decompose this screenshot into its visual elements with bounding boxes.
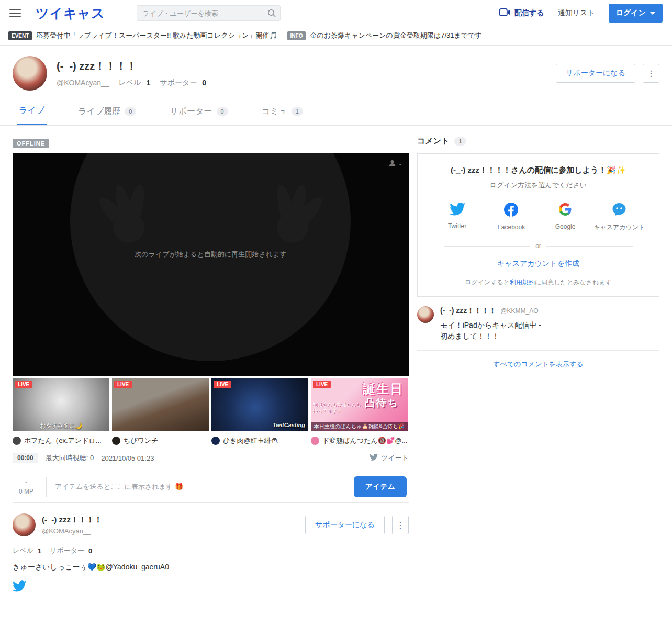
tab-count-badge: 1 [292,107,303,116]
streamer-avatar [211,437,220,445]
become-supporter-button[interactable]: サポーターになる [305,516,385,534]
comment-count-badge: 1 [454,137,466,146]
viewer-icon [388,159,396,169]
mp-points: - 0 MP [15,477,38,496]
avatar[interactable] [13,513,36,536]
tab-live-history[interactable]: ライブ履歴 0 [76,105,138,125]
google-icon [558,203,572,218]
tab-count-badge: 0 [217,107,228,116]
live-badge: LIVE [313,381,331,388]
streamer-link[interactable]: ひき肉@紅玉緋色 [211,436,308,445]
login-prompt-box: (-_-) zzz！！！！さんの配信に参加しよう！🎉✨ ログイン方法を選んでくだ… [417,153,659,297]
terms-link[interactable]: 利用規約 [510,278,535,286]
thumbnail-subtitle: 待ってます！ [313,408,342,415]
profile-card: (-_-) zzz！！！！ @KOMAcyan__ サポーターになる ⋮ レベル… [13,513,409,594]
streamer-link[interactable]: ポフたん（ex.アンドロ... [13,436,109,445]
stream-stats: 00:00 最大同時視聴: 0 2021/10/05 01:23 ツイート [13,453,409,463]
profile-bio: きゅーさいしっこーぅ💙🐸@Yadoku_gaeruA0 [13,563,409,572]
become-supporter-button[interactable]: サポーターになる [556,64,635,83]
stream-date: 2021/10/05 01:23 [101,454,154,462]
level-value: 1 [38,547,41,555]
streamer-link[interactable]: ド変態ぱんつたん🔞💕@... [311,436,408,445]
tab-community[interactable]: コミュ 1 [260,105,305,125]
search-input[interactable] [137,5,281,21]
supporter-value[interactable]: 0 [202,79,206,87]
thumbnail-title: 凸待ち [365,396,399,410]
comments-heading: コメント [417,136,449,146]
streamer-link[interactable]: ちびワンチ [112,436,209,445]
search-icon[interactable] [267,8,276,20]
twitter-icon [450,203,465,218]
login-twitcasting-button[interactable]: キャスアカウント [594,203,644,232]
top-header: ツイキャス 配信する 通知リスト ログイン [0,0,672,26]
commenter-name: (-_-) zzz！！！！ [440,306,496,316]
show-all-comments-link[interactable]: すべてのコメントを表示する [493,360,583,368]
twitter-profile-icon[interactable] [13,580,26,594]
duration-badge: 00:00 [13,453,38,463]
twitcasting-logo[interactable]: ツイキャス [36,5,105,22]
tab-count-badge: 0 [125,107,136,116]
profile-tabs: ライブ ライブ履歴 0 サポーター 0 コミュ 1 [0,96,672,126]
live-thumbnail[interactable]: LIVE TwitCasting [211,378,308,431]
create-account-link[interactable]: キャスアカウントを作成 [427,259,649,269]
camera-icon [499,8,511,18]
login-facebook-button[interactable]: Facebook [486,203,536,232]
info-badge: INFO [287,31,306,40]
login-twitter-button[interactable]: Twitter [432,203,483,232]
thumbnail-title: 誕生日 [363,381,404,397]
notice-bar: EVENT 応募受付中「ラブライブ！スーパースター!! 歌みた動画コレクション」… [0,26,672,46]
more-menu-button[interactable]: ⋮ [643,64,659,83]
menu-icon[interactable] [9,9,21,17]
live-badge: LIVE [15,381,32,388]
max-viewers: 最大同時視聴: 0 [46,453,94,463]
video-player: - 次のライブが始まると自動的に再生開始されます [13,153,409,376]
level-label: レベル [13,546,33,555]
tab-supporters[interactable]: サポーター 0 [167,105,230,125]
twitcasting-account-icon [612,203,626,218]
item-bar: - 0 MP アイテムを送るとここに表示されます 🎁 アイテム [13,471,409,503]
info-link[interactable]: 金のお茶爆キャンペーンの賞金受取期限は7/31までです [310,31,481,40]
viewer-count: - [399,160,401,168]
username: @KOMAcyan__ [57,79,109,87]
event-link[interactable]: 応募受付中「ラブライブ！スーパースター!! 歌みた動画コレクション」開催🎵 [36,31,277,40]
more-menu-button[interactable]: ⋮ [392,516,409,534]
comment-text: モイ！iPadからキャス配信中 - 初めまして！！！ [440,320,541,342]
page-title: (-_-) zzz！！！！ [57,59,206,73]
supporter-value[interactable]: 0 [88,547,92,555]
streamer-avatar [13,437,21,445]
streamer-avatar [311,437,319,445]
streamer-username: @KOMAcyan__ [42,527,102,535]
level-value: 1 [147,79,151,87]
supporter-label[interactable]: サポーター [50,546,84,555]
divider [46,477,47,497]
terms-note: ログインすると利用規約に同意したとみなされます [427,278,649,287]
commenter-avatar[interactable] [417,306,434,323]
thumbnail-caption: おやすみ前に🌙 [13,422,109,430]
login-google-button[interactable]: Google [540,203,590,232]
level-label: レベル [119,78,141,87]
send-item-button[interactable]: アイテム [354,476,407,497]
notification-list-button[interactable]: 通知リスト [558,8,595,18]
player-offline-message: 次のライブが始まると自動的に再生開始されます [13,250,409,259]
live-thumbnail[interactable]: LIVE おやすみ前に🌙 [13,378,109,431]
login-button[interactable]: ログイン [609,4,663,23]
comment-item: (-_-) zzz！！！！ @KKMM_AO モイ！iPadからキャス配信中 -… [417,306,659,351]
event-badge: EVENT [8,31,32,40]
streamer-avatar [112,437,120,445]
twitter-icon [369,454,378,462]
facebook-icon [504,203,518,219]
twitcasting-watermark: TwitCasting [273,422,305,428]
live-badge: LIVE [214,381,231,388]
live-thumbnail[interactable]: LIVE 誕生日 凸待ち 初見さんも常連さんも 待ってます！ 本日主役のぱんちゅ… [311,378,408,431]
profile-header: (-_-) zzz！！！！ @KOMAcyan__ レベル 1 サポーター 0 … [0,46,672,93]
broadcast-button[interactable]: 配信する [499,8,544,18]
tab-live[interactable]: ライブ [17,105,47,125]
live-badge: LIVE [114,381,132,388]
live-thumbnail[interactable]: LIVE [112,378,209,431]
supporter-label[interactable]: サポーター [160,78,197,87]
avatar[interactable] [13,56,47,91]
commenter-username: @KKMM_AO [500,307,538,315]
or-divider: or [427,242,649,250]
tweet-button[interactable]: ツイート [369,453,409,463]
mascot-silhouette [13,153,409,376]
